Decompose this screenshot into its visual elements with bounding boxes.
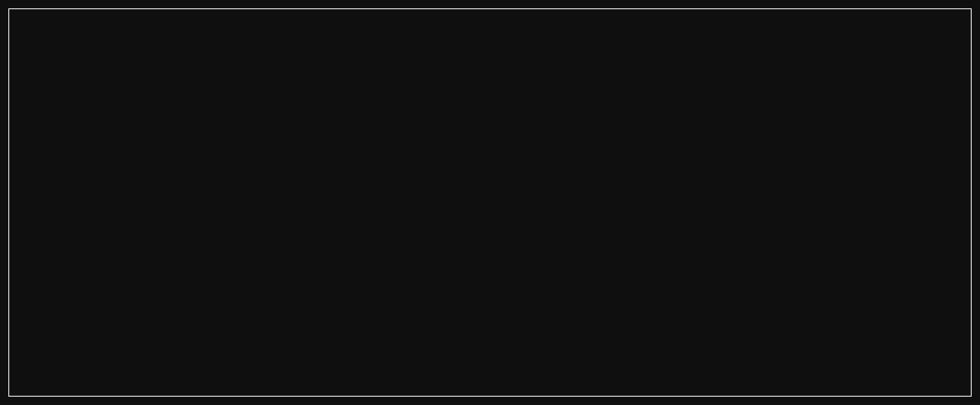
control-plane-frame: [8, 8, 972, 397]
diagram-stage: [0, 0, 980, 405]
